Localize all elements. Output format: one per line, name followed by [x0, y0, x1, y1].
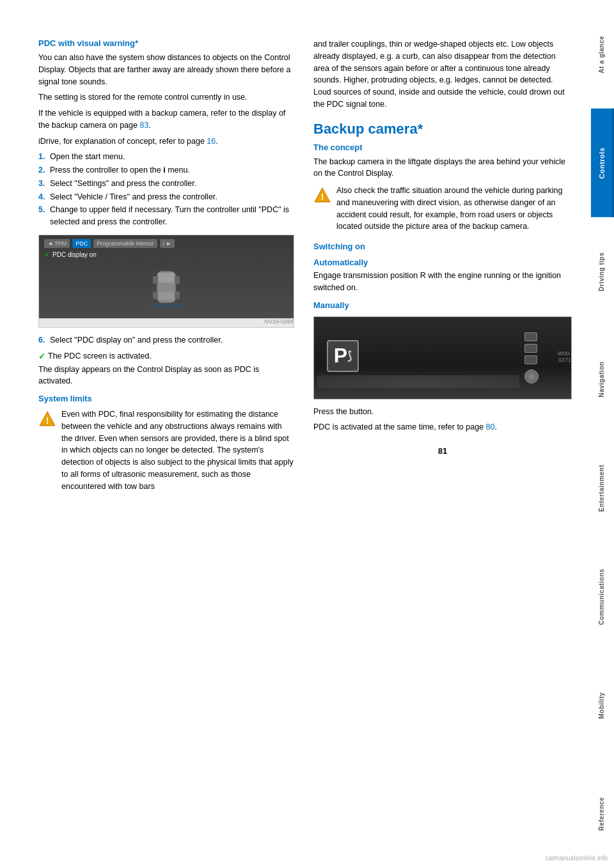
camera-ctrl-btn-2 — [524, 344, 537, 353]
pdc-para1: You can also have the system show distan… — [38, 52, 294, 88]
pdc-para4: iDrive, for explanation of concept, refe… — [38, 136, 294, 148]
backup-camera-section: Backup camera* The concept The backup ca… — [313, 121, 572, 434]
sidebar-tab-controls[interactable]: Controls — [591, 109, 614, 217]
backup-camera-title: Backup camera* — [313, 121, 572, 137]
step-6: 6. Select "PDC display on" and press the… — [38, 334, 294, 346]
pdc-para3: If the vehicle is equipped with a backup… — [38, 107, 294, 132]
sidebar: At a glance Controls Driving tips Naviga… — [591, 0, 614, 868]
check-result: ✓ The PDC screen is activated. — [38, 352, 294, 361]
camera-img-inner: P⟆ — [314, 321, 545, 394]
sidebar-tab-entertainment[interactable]: Entertainment — [591, 434, 614, 543]
system-limits-title: System limits — [38, 394, 294, 403]
camera-ctrl-btn-1 — [524, 332, 537, 341]
page-number: 81 — [313, 446, 572, 456]
pdc-para2: The setting is stored for the remote con… — [38, 91, 294, 104]
pdc-para5: The display appears on the Control Displ… — [38, 364, 294, 388]
camera-controls-area — [524, 332, 539, 384]
pdc-note-text: PDC is activated at the same time, refer… — [313, 422, 486, 431]
svg-rect-4 — [175, 276, 180, 284]
pdc-note-end: . — [494, 422, 496, 431]
watermark: carmanualsonline.info — [546, 855, 608, 862]
toolbar-tpm: ◄ TPM — [44, 239, 70, 248]
info-warning-text: Also check the traffic situation around … — [336, 185, 572, 233]
camera-image-box: P⟆ W00-0271 — [313, 316, 572, 399]
svg-rect-5 — [153, 291, 158, 299]
pdc-screen-image: ◄ TPM PDC Programmable Memor i ► ✓ PDC d… — [38, 235, 294, 328]
step-1: 1. Open the start menu. — [38, 151, 294, 163]
info-warning-box: ! Also check the traffic situation aroun… — [313, 185, 572, 236]
camera-ctrl-btn-3 — [524, 355, 537, 364]
sidebar-tab-mobility[interactable]: Mobility — [591, 651, 614, 760]
concept-title: The concept — [313, 143, 572, 152]
pdc-display-on-text: PDC display on — [52, 251, 97, 258]
pdc-para4-text: iDrive, for explanation of concept, refe… — [38, 137, 207, 146]
concept-text: The backup camera in the liftgate displa… — [313, 156, 572, 180]
sidebar-tab-communications[interactable]: Communications — [591, 543, 614, 651]
pdc-para3-end: . — [148, 121, 150, 130]
manually-title: Manually — [313, 300, 572, 310]
car-top-view-svg — [144, 265, 189, 309]
page-ref-83[interactable]: 83 — [139, 121, 148, 130]
left-column: PDC with visual warning* You can also ha… — [38, 38, 294, 842]
pdc-para3-text: If the vehicle is equipped with a backup… — [38, 109, 285, 130]
pdc-para4-end: . — [216, 137, 217, 146]
svg-text:!: ! — [321, 192, 324, 202]
dashboard-bar — [317, 375, 519, 388]
warning-icon: ! — [38, 410, 56, 428]
page-container: PDC with visual warning* You can also ha… — [0, 0, 614, 868]
info-warning-svg: ! — [313, 186, 331, 204]
toolbar-i: i ► — [160, 239, 175, 248]
svg-rect-2 — [158, 292, 175, 300]
checkmark2-icon: ✓ — [38, 352, 45, 361]
system-limits-section: System limits ! Even with PDC, final res… — [38, 394, 294, 496]
toolbar-pdc: PDC — [72, 239, 91, 248]
info-icon: ! — [313, 186, 331, 204]
pdc-display-on-label: ✓ PDC display on — [44, 251, 97, 259]
svg-rect-1 — [158, 273, 175, 283]
camera-image-label: W00-0271 — [545, 350, 571, 363]
step-4: 4. Select "Vehicle / Tires" and press th… — [38, 191, 294, 203]
pdc-note: PDC is activated at the same time, refer… — [313, 421, 572, 433]
svg-rect-6 — [175, 291, 180, 299]
sidebar-tab-driving-tips[interactable]: Driving tips — [591, 217, 614, 326]
parking-icon: P⟆ — [327, 340, 359, 372]
automatically-title: Automatically — [313, 258, 572, 267]
sidebar-tab-at-a-glance[interactable]: At a glance — [591, 0, 614, 109]
step-3: 3. Select "Settings" and press the contr… — [38, 178, 294, 190]
page-ref-80[interactable]: 80 — [486, 422, 495, 431]
camera-ctrl-knob — [524, 369, 539, 384]
pdc-visual-warning-section: PDC with visual warning* You can also ha… — [38, 38, 294, 387]
svg-rect-3 — [153, 276, 158, 284]
pdc-image-label: NV16-0268 — [39, 318, 294, 325]
step-5: 5. Change to upper field if necessary. T… — [38, 204, 294, 228]
toolbar-prog-mem: Programmable Memor — [93, 239, 157, 248]
checkmark-icon: ✓ — [44, 251, 50, 259]
continued-para: and trailer couplings, thin or wedge-sha… — [313, 38, 572, 111]
pdc-toolbar: ◄ TPM PDC Programmable Memor i ► — [44, 239, 175, 248]
svg-text:!: ! — [46, 415, 49, 426]
main-content: PDC with visual warning* You can also ha… — [0, 0, 591, 868]
warning-triangle-svg: ! — [38, 410, 56, 428]
steps-list: 1. Open the start menu. 2. Press the con… — [38, 151, 294, 228]
switching-on-title: Switching on — [313, 242, 572, 251]
pdc-visual-warning-title: PDC with visual warning* — [38, 38, 294, 48]
sidebar-tab-navigation[interactable]: Navigation — [591, 325, 614, 434]
page-ref-16[interactable]: 16 — [207, 137, 216, 146]
pdc-car-area — [44, 261, 288, 313]
step-2: 2. Press the controller to open the i me… — [38, 164, 294, 176]
check-result-text: The PDC screen is activated. — [48, 352, 152, 360]
sidebar-tab-reference[interactable]: Reference — [591, 759, 614, 868]
press-button-text: Press the button. — [313, 406, 572, 418]
step6-list: 6. Select "PDC display on" and press the… — [38, 334, 294, 346]
pdc-screen-display: ◄ TPM PDC Programmable Memor i ► ✓ PDC d… — [39, 235, 294, 318]
right-column: and trailer couplings, thin or wedge-sha… — [313, 38, 572, 842]
warning-box: ! Even with PDC, final responsibility fo… — [38, 408, 294, 496]
automatically-text: Engage transmission position R with the … — [313, 270, 572, 294]
system-limits-text: Even with PDC, final responsibility for … — [61, 408, 294, 492]
